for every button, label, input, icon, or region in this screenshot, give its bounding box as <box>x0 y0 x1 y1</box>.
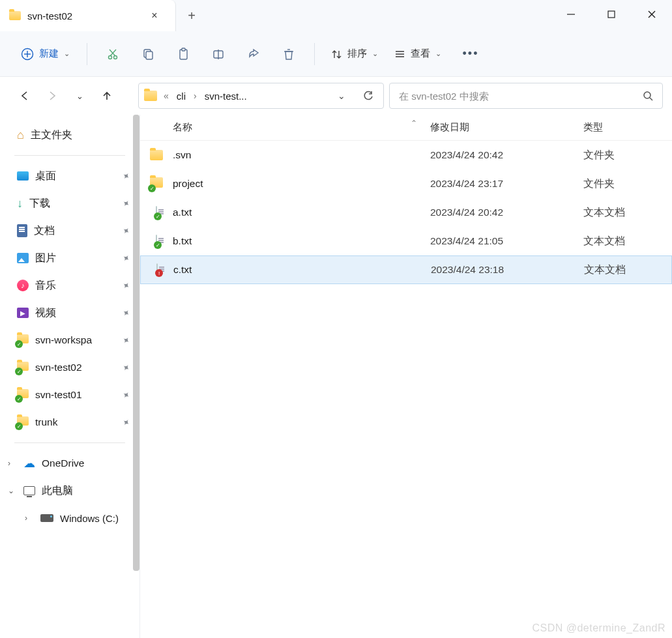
tab-close-button[interactable]: × <box>145 10 164 22</box>
sidebar-onedrive[interactable]: ›☁OneDrive <box>0 450 139 477</box>
sidebar-downloads[interactable]: ↓下载✦ <box>0 190 139 217</box>
back-button[interactable] <box>12 83 38 109</box>
sidebar-documents[interactable]: 文档✦ <box>0 217 139 244</box>
file-name: .svn <box>173 149 430 161</box>
new-label: 新建 <box>39 48 59 60</box>
file-type: 文本文档 <box>583 235 672 248</box>
folder-icon <box>9 11 21 20</box>
copy-button[interactable] <box>132 40 164 68</box>
close-button[interactable] <box>632 0 672 29</box>
sidebar-svn-workspace[interactable]: ✓svn-workspa✦ <box>0 326 139 354</box>
new-tab-button[interactable]: + <box>176 0 207 31</box>
expand-icon[interactable]: › <box>25 514 34 523</box>
file-name: a.txt <box>173 207 430 218</box>
sort-icon <box>330 48 342 60</box>
toolbar: 新建 ⌄ 排序 ⌄ 查看 ⌄ ••• <box>0 31 672 77</box>
file-row[interactable]: ✓project2023/4/24 23:17文件夹 <box>140 169 672 198</box>
paste-button[interactable] <box>167 40 199 68</box>
file-type: 文件夹 <box>583 177 672 191</box>
file-date: 2023/4/24 23:18 <box>431 264 584 276</box>
file-row[interactable]: !c.txt2023/4/24 23:18文本文档 <box>140 255 672 284</box>
breadcrumb-overflow[interactable]: « <box>161 91 171 101</box>
download-icon: ↓ <box>17 197 23 210</box>
svg-line-23 <box>650 98 652 100</box>
file-row[interactable]: ✓b.txt2023/4/24 21:05文本文档 <box>140 227 672 255</box>
sort-button[interactable]: 排序 ⌄ <box>324 48 385 60</box>
txt-svn-icon: ✓ <box>156 235 157 247</box>
sidebar-videos[interactable]: ▶视频✦ <box>0 299 139 326</box>
video-icon: ▶ <box>17 308 29 318</box>
copy-icon <box>141 48 154 61</box>
chevron-right-icon: › <box>191 91 199 101</box>
refresh-button[interactable] <box>356 90 378 102</box>
svg-rect-12 <box>146 51 153 59</box>
pin-icon: ✦ <box>120 224 132 237</box>
sidebar-svn-test02[interactable]: ✓svn-test02✦ <box>0 354 139 381</box>
up-button[interactable] <box>94 83 120 109</box>
minimize-button[interactable] <box>551 0 591 29</box>
more-button[interactable]: ••• <box>454 40 487 68</box>
breadcrumb-segment[interactable]: svn-test... <box>203 91 248 102</box>
column-date[interactable]: 修改日期 <box>430 121 583 134</box>
chevron-down-icon: ⌄ <box>372 50 378 58</box>
scrollbar[interactable] <box>133 115 139 571</box>
maximize-button[interactable] <box>591 0 632 29</box>
sidebar-drive-c[interactable]: ›Windows (C:) <box>0 504 139 532</box>
sidebar: ⌂ 主文件夹 桌面✦ ↓下载✦ 文档✦ 图片✦ ♪音乐✦ ▶视频✦ ✓svn-w… <box>0 115 139 638</box>
forward-button[interactable] <box>39 83 65 109</box>
window-tab[interactable]: svn-test02 × <box>0 0 176 31</box>
watermark: CSDN @determine_ZandR <box>532 622 665 634</box>
sidebar-desktop[interactable]: 桌面✦ <box>0 162 139 190</box>
trash-icon <box>282 48 295 61</box>
sidebar-trunk[interactable]: ✓trunk✦ <box>0 409 139 436</box>
txt-svn-icon: ✓ <box>156 207 157 218</box>
nav-row: ⌄ « cli › svn-test... ⌄ <box>0 77 672 115</box>
pin-icon: ✦ <box>120 388 132 401</box>
body: ⌂ 主文件夹 桌面✦ ↓下载✦ 文档✦ 图片✦ ♪音乐✦ ▶视频✦ ✓svn-w… <box>0 115 672 638</box>
new-button[interactable]: 新建 ⌄ <box>13 44 78 65</box>
picture-icon <box>17 253 29 263</box>
sidebar-music[interactable]: ♪音乐✦ <box>0 272 139 299</box>
column-name[interactable]: 名称⌃ <box>140 121 430 134</box>
txt-svn-error-icon: ! <box>156 264 158 276</box>
search-icon[interactable] <box>643 91 653 101</box>
search-box[interactable] <box>389 83 663 109</box>
pc-icon <box>23 486 35 495</box>
folder-icon <box>144 91 157 101</box>
delete-button[interactable] <box>272 40 305 68</box>
separator <box>314 43 315 65</box>
address-dropdown[interactable]: ⌄ <box>331 91 352 101</box>
sidebar-home[interactable]: ⌂ 主文件夹 <box>0 121 139 149</box>
pin-icon: ✦ <box>120 279 132 292</box>
folder-svn-icon: ✓ <box>17 334 29 346</box>
separator <box>14 442 125 443</box>
sidebar-thispc[interactable]: ⌄此电脑 <box>0 477 139 504</box>
nav-arrows: ⌄ <box>9 83 133 109</box>
desktop-icon <box>17 171 29 181</box>
rename-button[interactable] <box>202 40 235 68</box>
breadcrumb-segment[interactable]: cli <box>175 91 187 102</box>
file-date: 2023/4/24 21:05 <box>430 235 583 247</box>
file-row[interactable]: .svn2023/4/24 20:42文件夹 <box>140 141 672 169</box>
recent-dropdown[interactable]: ⌄ <box>66 83 93 109</box>
file-date: 2023/4/24 23:17 <box>430 178 583 190</box>
column-headers: 名称⌃ 修改日期 类型 <box>140 115 672 141</box>
tab-title: svn-test02 <box>27 10 139 22</box>
share-button[interactable] <box>237 40 270 68</box>
view-icon <box>394 48 405 60</box>
cut-button[interactable] <box>96 40 129 68</box>
file-row[interactable]: ✓a.txt2023/4/24 20:42文本文档 <box>140 198 672 227</box>
collapse-icon[interactable]: ⌄ <box>8 486 17 495</box>
svg-point-7 <box>109 55 112 59</box>
home-icon: ⌂ <box>17 128 24 142</box>
sidebar-svn-test01[interactable]: ✓svn-test01✦ <box>0 381 139 409</box>
address-bar[interactable]: « cli › svn-test... ⌄ <box>138 83 384 109</box>
expand-icon[interactable]: › <box>8 459 17 468</box>
separator <box>87 43 87 65</box>
column-type[interactable]: 类型 <box>583 121 672 134</box>
search-input[interactable] <box>399 91 643 102</box>
pin-icon: ✦ <box>120 416 132 429</box>
pin-icon: ✦ <box>120 197 132 210</box>
sidebar-pictures[interactable]: 图片✦ <box>0 244 139 272</box>
view-button[interactable]: 查看 ⌄ <box>387 48 448 60</box>
